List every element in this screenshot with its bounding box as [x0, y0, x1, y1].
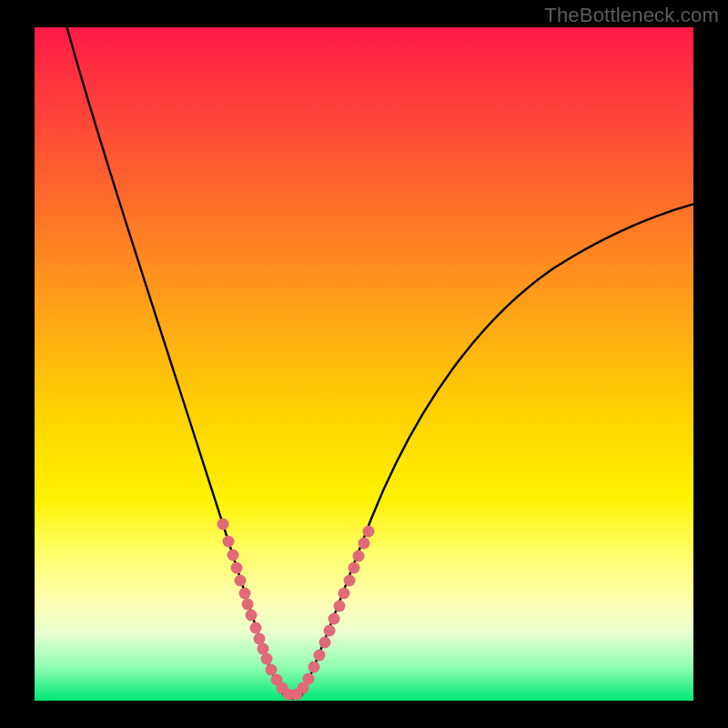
svg-point-18: [303, 673, 315, 685]
svg-point-24: [334, 601, 346, 612]
marker-group-right: [291, 526, 375, 701]
svg-point-23: [329, 613, 340, 625]
curve-left: [62, 27, 285, 696]
svg-point-0: [217, 519, 229, 531]
svg-point-1: [223, 536, 235, 548]
svg-point-4: [235, 575, 247, 587]
plot-area: [35, 27, 693, 701]
marker-group-left: [217, 519, 295, 701]
svg-point-6: [242, 599, 254, 611]
curve-layer: [35, 27, 693, 701]
svg-point-21: [319, 637, 331, 649]
svg-point-8: [250, 622, 262, 634]
svg-point-11: [261, 653, 273, 665]
watermark-text: TheBottleneck.com: [544, 4, 719, 27]
svg-point-27: [349, 562, 360, 574]
svg-point-20: [314, 650, 326, 662]
svg-point-25: [339, 588, 350, 600]
svg-point-5: [239, 588, 251, 600]
svg-point-30: [363, 526, 375, 538]
chart-frame: TheBottleneck.com: [0, 0, 728, 728]
svg-point-28: [353, 551, 365, 562]
svg-point-29: [359, 538, 370, 550]
svg-point-12: [266, 664, 278, 676]
svg-point-22: [324, 625, 336, 637]
svg-point-2: [228, 550, 239, 561]
svg-point-7: [246, 610, 258, 622]
svg-point-3: [231, 562, 243, 574]
svg-point-19: [308, 662, 320, 673]
svg-point-26: [344, 575, 356, 587]
curve-right: [301, 200, 693, 696]
